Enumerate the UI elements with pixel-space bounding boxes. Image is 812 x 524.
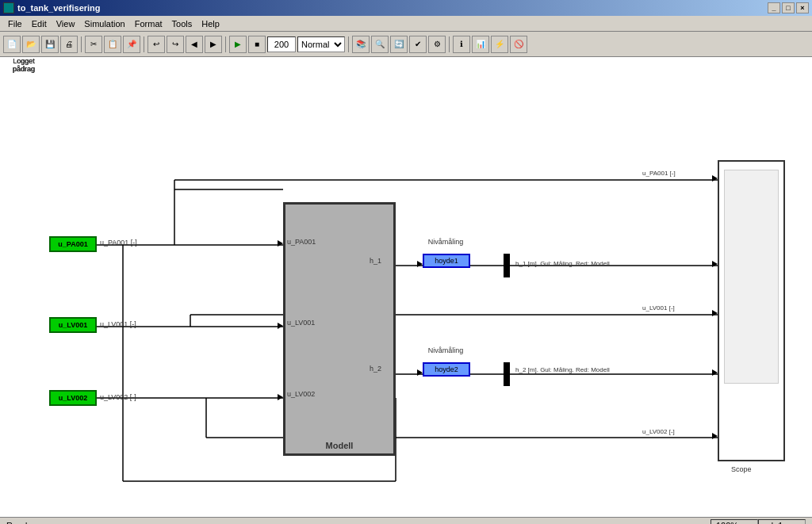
uPA001-out-label: u_PA001 [-] [642, 170, 676, 177]
sep3 [225, 36, 226, 52]
hoyde1-title: Nivåmåling [420, 238, 471, 246]
source3-block[interactable]: u_LV002 [49, 390, 97, 406]
source1-signal-label: u_PA001 [-] [100, 239, 137, 247]
svg-marker-31 [417, 261, 423, 267]
model-port-out2: h_2 [370, 365, 381, 373]
menu-file[interactable]: File [3, 17, 27, 30]
status-text: Ready [6, 521, 32, 525]
zoom-display: 100% [710, 519, 758, 525]
svg-marker-32 [417, 369, 423, 376]
source1-block[interactable]: u_PA001 [49, 236, 97, 252]
print-button[interactable]: 🖨 [60, 36, 78, 53]
menu-simulation[interactable]: Simulation [79, 17, 129, 30]
svg-marker-34 [712, 261, 718, 267]
source2-signal-label: u_LV001 [-] [100, 320, 136, 328]
menu-edit[interactable]: Edit [27, 17, 52, 30]
model-info[interactable]: ℹ [453, 36, 470, 53]
toolbar: 📄 📂 💾 🖨 ✂ 📋 📌 ↩ ↪ ◀ ▶ ▶ ■ Normal 📚 🔍 🔄 ✔… [0, 32, 812, 57]
library-button[interactable]: 📚 [352, 36, 370, 53]
open-button[interactable]: 📂 [22, 36, 40, 53]
app-icon [3, 2, 14, 13]
debug-button[interactable]: 🔍 [371, 36, 389, 53]
paste-button[interactable]: 📌 [123, 36, 140, 53]
h1-signal-label: h_1 [m]. Gul: Måling. Red: Modell [515, 260, 610, 267]
sep2 [144, 36, 144, 52]
menu-view[interactable]: View [52, 17, 80, 30]
title-bar-controls: _ □ × [768, 2, 809, 13]
new-button[interactable]: 📄 [3, 36, 21, 53]
status-bar: Ready 100% ode1 [0, 517, 812, 524]
mux2-block [504, 362, 510, 386]
svg-marker-28 [278, 240, 283, 247]
h2-signal-label: h_2 [m]. Gul: Måling. Red: Modell [515, 366, 610, 373]
status-right: 100% ode1 [710, 519, 806, 525]
svg-marker-35 [712, 310, 718, 316]
close-button[interactable]: × [796, 2, 809, 13]
uLV002-out-label: u_LV002 [-] [642, 428, 675, 435]
window-title: to_tank_verifisering [17, 3, 101, 13]
svg-marker-37 [712, 433, 718, 439]
model-port-in3: u_LV002 [287, 390, 315, 398]
hoyde2-title: Nivåmåling [420, 346, 471, 354]
lincheck-button[interactable]: ✔ [409, 36, 427, 53]
cut-button[interactable]: ✂ [85, 36, 102, 53]
sep4 [348, 36, 349, 52]
scope-label: Scope [731, 465, 752, 473]
menu-format[interactable]: Format [130, 17, 167, 30]
sep5 [449, 36, 450, 52]
canvas-area[interactable]: Logget pådrag u_PA001 u_PA001 [-] Logget… [0, 57, 812, 517]
save-button[interactable]: 💾 [41, 36, 59, 53]
svg-marker-36 [712, 369, 718, 376]
nav-back[interactable]: ◀ [186, 36, 203, 53]
tb-btn5[interactable]: ⚙ [428, 36, 446, 53]
rtw-button[interactable]: ⚡ [491, 36, 508, 53]
sim-start[interactable]: ▶ [229, 36, 247, 53]
model-port-in2: u_LV001 [287, 319, 315, 327]
undo-button[interactable]: ↩ [147, 36, 165, 53]
hoyde1-block[interactable]: hoyde1 [423, 254, 470, 268]
source2-block[interactable]: u_LV001 [49, 317, 97, 333]
solver-display: ode1 [758, 519, 806, 525]
model-port-in1: u_PA001 [287, 238, 316, 246]
model-advisor[interactable]: 📊 [472, 36, 489, 53]
copy-button[interactable]: 📋 [104, 36, 121, 53]
model-port-out1: h_1 [370, 257, 381, 265]
sim-stop[interactable]: ■ [248, 36, 266, 53]
update-button[interactable]: 🔄 [390, 36, 408, 53]
sep1 [81, 36, 82, 52]
model-block-label: Modell [326, 441, 354, 450]
scope-block[interactable] [718, 160, 785, 461]
svg-marker-30 [278, 394, 283, 400]
menu-bar: File Edit View Simulation Format Tools H… [0, 16, 812, 32]
svg-marker-29 [278, 323, 283, 329]
mux1-block [504, 254, 510, 277]
uLV001-out-label: u_LV001 [-] [642, 304, 675, 312]
signal-lines [0, 57, 812, 517]
sim-mode-select[interactable]: Normal [297, 36, 345, 52]
title-bar: to_tank_verifisering _ □ × [0, 0, 812, 16]
sim-time-input[interactable] [267, 36, 296, 52]
source3-title-label: Logget pådrag [0, 57, 48, 73]
menu-help[interactable]: Help [197, 17, 224, 30]
disable-button[interactable]: 🚫 [510, 36, 527, 53]
minimize-button[interactable]: _ [768, 2, 780, 13]
hoyde2-block[interactable]: hoyde2 [423, 362, 470, 377]
maximize-button[interactable]: □ [782, 2, 795, 13]
nav-fwd[interactable]: ▶ [205, 36, 222, 53]
scope-display [724, 170, 779, 384]
svg-marker-33 [712, 175, 718, 182]
source3-signal-label: u_LV002 [-] [100, 393, 136, 401]
menu-tools[interactable]: Tools [167, 17, 197, 30]
title-bar-left: to_tank_verifisering [3, 2, 101, 13]
redo-button[interactable]: ↪ [167, 36, 184, 53]
